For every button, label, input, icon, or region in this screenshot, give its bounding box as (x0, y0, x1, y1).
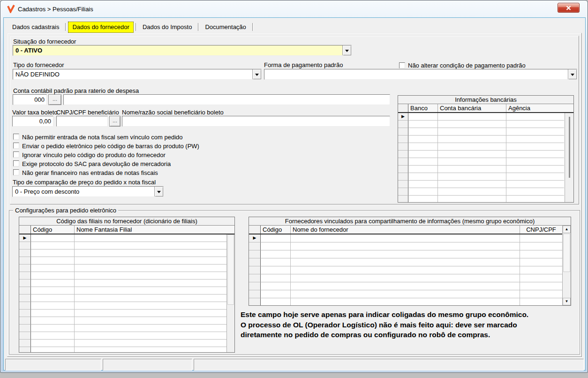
expense-account-browse-button[interactable]: ... (48, 94, 61, 105)
table-row[interactable]: ▶ (19, 234, 226, 242)
supplier-type-label: Tipo do fornecedor (13, 61, 64, 68)
table-cell (75, 234, 226, 242)
boleto-beneficiary-name-input[interactable] (122, 116, 390, 127)
keep-payment-condition-checkbox[interactable] (399, 62, 405, 68)
table-row[interactable] (249, 266, 562, 274)
table-cell (408, 166, 438, 173)
flag-no-invoice-without-order-checkbox[interactable] (13, 134, 19, 140)
table-row[interactable] (19, 340, 226, 347)
tab-documentacao[interactable]: Documentação (201, 22, 250, 33)
boleto-fee-input[interactable] (12, 116, 53, 127)
bank-info-table-scrollbar[interactable] (565, 113, 573, 202)
supplier-type-dropdown-button[interactable] (252, 69, 261, 79)
table-row[interactable] (19, 347, 226, 352)
row-selector (19, 287, 31, 295)
row-selector-header (19, 226, 31, 234)
table-row[interactable] (398, 151, 564, 158)
scrollbar-thumb[interactable] (569, 117, 570, 178)
tab-dados-cadastrais[interactable]: Dados cadastrais (8, 22, 63, 33)
close-button[interactable] (558, 3, 580, 13)
scroll-up-icon[interactable]: ▲ (563, 226, 571, 233)
table-row[interactable] (249, 250, 562, 258)
table-row[interactable] (398, 173, 564, 181)
row-selector (19, 265, 31, 272)
status-panel (103, 359, 192, 370)
table-row[interactable] (249, 258, 562, 266)
table-cell (31, 310, 75, 317)
table-cell (291, 282, 520, 290)
table-row[interactable] (19, 287, 226, 295)
table-row[interactable] (398, 166, 564, 173)
table-row[interactable] (19, 265, 226, 272)
supplier-status-dropdown-button[interactable] (342, 45, 351, 55)
table-row[interactable] (19, 302, 226, 310)
flag-require-sac-protocol-checkbox[interactable] (13, 160, 19, 166)
table-row[interactable] (19, 249, 226, 257)
table-row[interactable] (249, 282, 562, 290)
payment-method-value (264, 69, 568, 79)
row-selector (249, 258, 261, 266)
table-row[interactable] (398, 158, 564, 166)
supplier-status-value: 0 - ATIVO (13, 45, 342, 55)
flag-no-financial-on-invoice-entry-checkbox[interactable] (13, 169, 19, 175)
table-cell (408, 181, 438, 188)
price-comparison-combo[interactable]: 0 - Preço com desconto (12, 186, 164, 197)
tab-dados-do-imposto[interactable]: Dados do Imposto (138, 22, 196, 33)
table-row[interactable] (398, 181, 564, 188)
expense-account-code-input[interactable] (13, 94, 47, 105)
table-row[interactable] (249, 298, 562, 305)
table-row[interactable] (19, 257, 226, 265)
price-comparison-dropdown-button[interactable] (154, 187, 163, 197)
row-selector (19, 272, 31, 280)
table-row[interactable] (249, 274, 562, 282)
scrollbar-thumb[interactable] (227, 234, 234, 305)
flag-ignore-supplier-product-code-checkbox[interactable] (13, 151, 19, 158)
table-row[interactable] (19, 317, 226, 325)
table-row[interactable] (19, 242, 226, 249)
table-row[interactable] (398, 128, 564, 136)
boleto-beneficiary-browse-button[interactable]: ... (109, 116, 121, 127)
row-selector (19, 317, 31, 325)
table-row[interactable] (19, 310, 226, 317)
tab-dados-do-fornecedor[interactable]: Dados do fornecedor (68, 22, 133, 33)
boleto-beneficiary-id-input[interactable] (56, 116, 108, 127)
payment-method-dropdown-button[interactable] (568, 69, 577, 79)
flag-send-order-by-barcode-checkbox[interactable] (13, 143, 19, 149)
table-row[interactable] (19, 280, 226, 287)
row-selector (249, 290, 261, 298)
supplier-status-combo[interactable]: 0 - ATIVO (13, 45, 352, 56)
table-row[interactable] (249, 290, 562, 298)
table-row[interactable] (19, 332, 226, 340)
price-comparison-label: Tipo de comparação de preço do pedido x … (13, 179, 156, 186)
table-row[interactable] (19, 272, 226, 280)
table-cell (506, 188, 564, 196)
scroll-down-icon[interactable]: ▼ (563, 298, 571, 305)
row-selector (398, 121, 408, 128)
table-row[interactable] (398, 196, 564, 202)
status-panel (194, 359, 584, 370)
supplier-type-combo[interactable]: NÃO DEFINIDO (13, 69, 262, 80)
branch-codes-table-scrollbar[interactable] (226, 234, 234, 352)
table-row[interactable]: ▶ (249, 234, 562, 242)
table-row[interactable] (398, 121, 564, 128)
table-row[interactable] (19, 295, 226, 302)
table-row[interactable] (249, 242, 562, 250)
table-row[interactable] (398, 143, 564, 151)
linked-suppliers-table-scrollbar[interactable]: ▲ ▼ (562, 226, 571, 305)
flag-label: Não gerar financeiro nas entradas de not… (22, 169, 158, 176)
expense-account-description-input[interactable] (63, 94, 390, 105)
table-row[interactable] (398, 188, 564, 196)
row-selector (398, 158, 408, 166)
boleto-beneficiary-id-label: CNPJ/CPF beneficiário (56, 109, 119, 116)
table-row[interactable] (398, 136, 564, 143)
supplier-type-value: NÃO DEFINIDO (13, 69, 252, 79)
payment-method-combo[interactable] (264, 69, 577, 80)
table-cell (75, 265, 226, 272)
table-row[interactable] (19, 325, 226, 332)
table-cell (31, 332, 75, 340)
scrollbar-thumb[interactable] (563, 234, 570, 272)
table-cell (408, 143, 438, 151)
table-row[interactable]: ▶ (398, 113, 564, 121)
table-cell (31, 302, 75, 310)
flag-label: Exige protocolo do SAC para devolução de… (22, 160, 171, 167)
